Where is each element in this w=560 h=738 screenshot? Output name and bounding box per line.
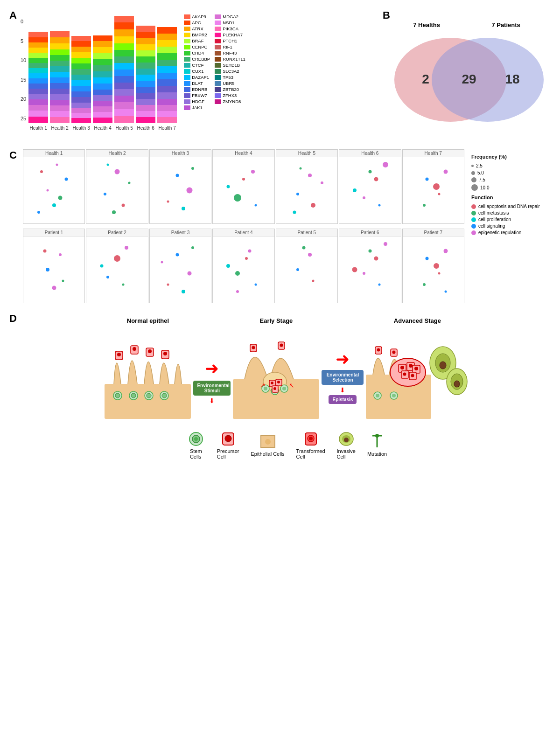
stage-normal-title: Normal epithel (127, 317, 169, 324)
svg-point-76 (344, 438, 349, 442)
normal-epithel-svg (105, 328, 191, 419)
svg-point-32 (273, 387, 276, 390)
svg-text:↗: ↗ (260, 382, 266, 389)
svg-point-64 (392, 351, 396, 354)
arrow2-container: ➜ Environmental Selection ⬇ Epistasis (322, 332, 364, 404)
bar-health7: Health 7 (157, 18, 177, 131)
env-selection-box: Environmental Selection (322, 370, 364, 385)
legend-precursor-cell: PrecursorCell (217, 431, 239, 460)
svg-point-30 (277, 381, 280, 383)
stage-advanced: Advanced Stage (366, 317, 469, 419)
svg-point-6 (131, 393, 136, 398)
panel-b-label: B (383, 9, 390, 21)
arrow2: ➜ (336, 351, 350, 368)
scatter-health2: Health 2 (86, 149, 148, 224)
svg-point-62 (377, 348, 380, 352)
scatter-patient7: Patient 7 (402, 229, 464, 303)
scatter-legend: Frequency (%) 2.5 5.0 7.5 (467, 149, 551, 303)
epistasis-box: Epistasis (329, 395, 357, 404)
svg-point-67 (194, 437, 198, 441)
stage-normal: Normal epithel (105, 317, 191, 419)
legend-invasive-cell: InvasiveCell (337, 431, 356, 460)
svg-point-57 (440, 362, 446, 369)
scatter-patient5: Patient 5 (276, 229, 338, 303)
venn-right-only: 18 (505, 72, 519, 86)
svg-point-69 (225, 435, 231, 442)
bar-chart: Health 1 (28, 9, 177, 131)
venn-left-only: 2 (422, 72, 429, 86)
svg-point-8 (147, 393, 151, 398)
panel-c-label: C (9, 149, 17, 161)
freq-legend-sizes: 2.5 5.0 7.5 10.0 (471, 163, 546, 191)
legend-transformed-cell: TransformedCell (296, 431, 325, 460)
svg-point-26 (282, 387, 286, 390)
svg-point-10 (162, 393, 167, 398)
scatter-health7: Health 7 (402, 149, 464, 224)
svg-point-46 (414, 367, 418, 370)
svg-point-44 (409, 364, 413, 368)
panels-ab-row: A 25 20 15 10 5 0 (9, 9, 551, 140)
svg-point-16 (148, 349, 152, 353)
panel-a: A 25 20 15 10 5 0 (9, 9, 383, 131)
svg-text:↖: ↖ (289, 382, 294, 389)
arrow1: ➜ (205, 360, 219, 377)
bar-health2: Health 2 (50, 21, 70, 131)
venn-svg: 2 29 18 (383, 31, 551, 129)
venn-title-right: 7 Patients (491, 21, 520, 28)
svg-point-4 (115, 393, 120, 398)
panel-a-label: A (9, 9, 17, 21)
health-scatter-row: Health 1 Health 2 (23, 149, 464, 224)
panel-b-wrapper: B 7 Healths 7 Patients 2 29 18 (383, 9, 551, 140)
scatter-health4: Health 4 (212, 149, 274, 224)
svg-point-60 (454, 381, 460, 387)
svg-point-28 (271, 382, 273, 384)
y-axis: 25 20 15 10 5 0 (21, 19, 26, 121)
svg-point-54 (392, 394, 396, 397)
bar-health4: Health 4 (93, 25, 112, 131)
svg-point-12 (117, 353, 121, 356)
diagram-container: Normal epithel (23, 313, 551, 424)
patient-scatter-row: Patient 1 Patient 2 (23, 229, 464, 303)
panel-d: D Normal epithel (9, 313, 551, 460)
stage-early: Early Stage (233, 317, 319, 419)
scatter-patient4: Patient 4 (212, 229, 274, 303)
svg-point-48 (403, 373, 406, 376)
legend-stem-cells: StemCells (187, 431, 205, 460)
legend-epithelial-cells: Epithelial Cells (251, 433, 284, 457)
panel-c: C Health 1 Health 2 (9, 149, 551, 303)
svg-point-36 (280, 344, 283, 347)
scatter-patient2: Patient 2 (86, 229, 148, 303)
venn-titles: 7 Healths 7 Patients (383, 21, 551, 28)
panel-a-wrapper: A 25 20 15 10 5 0 (9, 9, 383, 140)
bar-health5: Health 5 (114, 7, 134, 131)
svg-point-79 (375, 434, 379, 438)
stage-early-title: Early Stage (260, 317, 293, 324)
svg-point-50 (411, 374, 414, 377)
svg-point-52 (376, 394, 379, 397)
figure-container: A 25 20 15 10 5 0 (0, 0, 560, 469)
svg-point-14 (133, 347, 136, 351)
svg-point-1 (432, 38, 544, 122)
panel-d-label: D (9, 313, 17, 325)
scatter-health5: Health 5 (276, 149, 338, 224)
advanced-stage-svg (366, 328, 469, 419)
early-stage-svg: ↗ ↖ (233, 328, 319, 419)
scatter-health6: Health 6 (339, 149, 401, 224)
scatter-patient1: Patient 1 (23, 229, 85, 303)
func-legend-title: Function (471, 195, 546, 200)
svg-rect-2 (105, 384, 191, 419)
scatter-patient3: Patient 3 (149, 229, 211, 303)
scatter-health1: Health 1 (23, 149, 85, 224)
venn-diagram: 2 29 18 (383, 31, 551, 138)
svg-point-34 (252, 346, 255, 349)
scatter-patient6: Patient 6 (339, 229, 401, 303)
bar-health3: Health 3 (71, 32, 91, 131)
venn-title-left: 7 Healths (413, 21, 440, 28)
bar-health6: Health 6 (136, 23, 155, 131)
legend-mutation: Mutation (367, 433, 387, 457)
svg-point-70 (265, 439, 271, 445)
stage-advanced-title: Advanced Stage (394, 317, 441, 324)
svg-point-42 (400, 366, 404, 369)
bar-health1: Health 1 (28, 16, 48, 131)
freq-legend-title: Frequency (%) (471, 154, 546, 160)
